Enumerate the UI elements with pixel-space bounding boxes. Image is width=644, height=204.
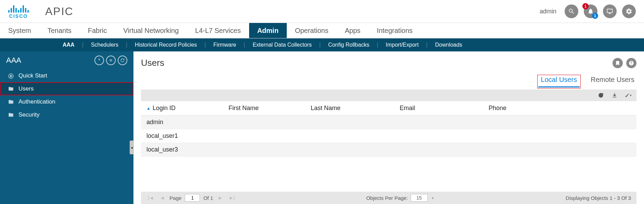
sub-nav-external-data-collectors[interactable]: External Data Collectors	[250, 42, 314, 48]
help-button[interactable]	[626, 58, 636, 68]
main-nav-virtual-networking[interactable]: Virtual Networking	[115, 23, 187, 38]
sub-nav-downloads[interactable]: Downloads	[432, 42, 465, 48]
notif-badge-blue: 1	[592, 13, 598, 19]
main-nav: SystemTenantsFabricVirtual NetworkingL4-…	[0, 23, 644, 38]
sidebar-tree: Quick StartUsersAuthenticationSecurity	[0, 69, 133, 121]
display-count: Displaying Objects 1 - 3 Of 3	[566, 195, 631, 201]
help-icon	[629, 60, 634, 66]
sidebar-action-2[interactable]	[106, 56, 116, 65]
search-button[interactable]	[565, 4, 578, 18]
col-login-id-label: Login ID	[153, 105, 176, 112]
cell: local_user1	[146, 132, 229, 140]
objects-per-page: Objects Per Page: 15▾	[366, 194, 428, 202]
opp-label: Objects Per Page:	[366, 195, 408, 201]
sidebar-header: AAA	[0, 51, 133, 69]
monitor-icon	[606, 8, 613, 15]
grid-footer: |◄ ◄ Page Of 1 ► ►| Objects Per Page: 15…	[141, 192, 636, 204]
main-nav-tenants[interactable]: Tenants	[39, 23, 80, 38]
sub-nav-aaa[interactable]: AAA	[60, 42, 77, 48]
table-row[interactable]: admin	[141, 116, 636, 129]
page-next-button[interactable]: ►	[217, 195, 224, 201]
sub-nav-separator: |	[372, 42, 383, 48]
page-prev-button[interactable]: ◄	[159, 195, 166, 201]
download-button[interactable]	[611, 92, 618, 99]
page-of-label: Of 1	[203, 195, 213, 201]
monitor-button[interactable]	[603, 4, 617, 18]
main-nav-l4-l7-services[interactable]: L4-L7 Services	[187, 23, 249, 38]
refresh-grid-button[interactable]	[597, 92, 604, 99]
folder-icon	[8, 86, 14, 92]
main-nav-apps[interactable]: Apps	[337, 23, 369, 38]
sidebar-item-security[interactable]: Security	[0, 108, 133, 121]
sub-nav-firmware[interactable]: Firmware	[211, 42, 239, 48]
page-input[interactable]	[185, 194, 200, 202]
sub-nav-import-export[interactable]: Import/Export	[383, 42, 421, 48]
body-area: AAA Quick StartUsersAuthenticationSecuri…	[0, 51, 644, 204]
sidebar-item-users[interactable]: Users	[0, 82, 133, 95]
sidebar-action-1[interactable]	[94, 56, 104, 65]
quickstart-icon	[8, 73, 14, 79]
current-user[interactable]: admin	[540, 8, 556, 15]
arrow-out-icon	[97, 58, 102, 63]
gear-icon	[626, 8, 632, 15]
app-title: APIC	[45, 5, 74, 18]
main-nav-integrations[interactable]: Integrations	[369, 23, 421, 38]
main-nav-admin[interactable]: Admin	[249, 23, 287, 38]
sidebar-item-label: Security	[18, 111, 39, 118]
settings-button[interactable]	[622, 4, 636, 18]
list-icon	[108, 58, 113, 63]
sidebar-item-authentication[interactable]: Authentication	[0, 95, 133, 108]
opp-value: 15	[416, 195, 422, 201]
tools-button[interactable]: ▾	[625, 92, 632, 99]
refresh-icon	[598, 92, 604, 98]
tab-remote-users[interactable]: Remote Users	[591, 76, 634, 87]
sub-nav-schedulers[interactable]: Schedulers	[88, 42, 121, 48]
bookmark-button[interactable]	[613, 58, 623, 68]
chevron-down-icon: ▾	[432, 196, 434, 200]
cisco-logo: CISCO	[8, 4, 29, 19]
col-login-id[interactable]: ▲Login ID	[146, 105, 229, 112]
page-first-button[interactable]: |◄	[146, 195, 155, 201]
content-panel: Users Local UsersRemote Users ▾ ▲Login I…	[133, 51, 644, 204]
sub-nav-separator: |	[421, 42, 432, 48]
download-icon	[611, 92, 618, 98]
main-nav-fabric[interactable]: Fabric	[80, 23, 115, 38]
pagination: |◄ ◄ Page Of 1 ► ►|	[146, 194, 236, 202]
sub-nav-separator: |	[314, 42, 325, 48]
table-body: adminlocal_user1local_user3	[141, 116, 636, 157]
content-tabs: Local UsersRemote Users	[141, 76, 636, 87]
sub-nav-separator: |	[239, 42, 250, 48]
brand-name: CISCO	[9, 13, 28, 19]
col-email[interactable]: Email	[400, 105, 489, 112]
main-nav-system[interactable]: System	[0, 23, 39, 38]
sub-nav-separator: |	[199, 42, 210, 48]
sidebar-action-3[interactable]	[118, 56, 127, 65]
sub-nav: AAA|Schedulers|Historical Record Policie…	[0, 38, 644, 51]
opp-select[interactable]: 15▾	[411, 194, 428, 202]
grid-toolbar: ▾	[141, 89, 636, 101]
refresh-icon	[120, 58, 125, 63]
col-phone[interactable]: Phone	[489, 105, 631, 112]
sub-nav-config-rollbacks[interactable]: Config Rollbacks	[325, 42, 372, 48]
main-nav-operations[interactable]: Operations	[287, 23, 337, 38]
table-row[interactable]: local_user1	[141, 129, 636, 143]
svg-marker-4	[11, 75, 12, 77]
col-last-name[interactable]: Last Name	[311, 105, 400, 112]
sub-nav-historical-record-policies[interactable]: Historical Record Policies	[132, 42, 199, 48]
sub-nav-separator: |	[77, 42, 88, 48]
col-first-name[interactable]: First Name	[229, 105, 311, 112]
folder-icon	[8, 112, 14, 118]
content-title-row: Users	[141, 58, 636, 68]
page-label: Page	[169, 195, 181, 201]
table-row[interactable]: local_user3	[141, 143, 636, 157]
sidebar: AAA Quick StartUsersAuthenticationSecuri…	[0, 51, 133, 204]
table-header: ▲Login ID First Name Last Name Email Pho…	[141, 101, 636, 116]
notifications-button[interactable]: 1 1	[584, 4, 597, 18]
page-last-button[interactable]: ►|	[228, 195, 236, 201]
sidebar-collapse-handle[interactable]: ◄	[130, 141, 134, 154]
sidebar-action-icons	[94, 56, 127, 65]
top-header: CISCO APIC admin 1 1	[0, 0, 644, 23]
tools-icon	[625, 92, 630, 98]
tab-local-users[interactable]: Local Users	[538, 76, 580, 87]
sidebar-item-quick-start[interactable]: Quick Start	[0, 69, 133, 82]
